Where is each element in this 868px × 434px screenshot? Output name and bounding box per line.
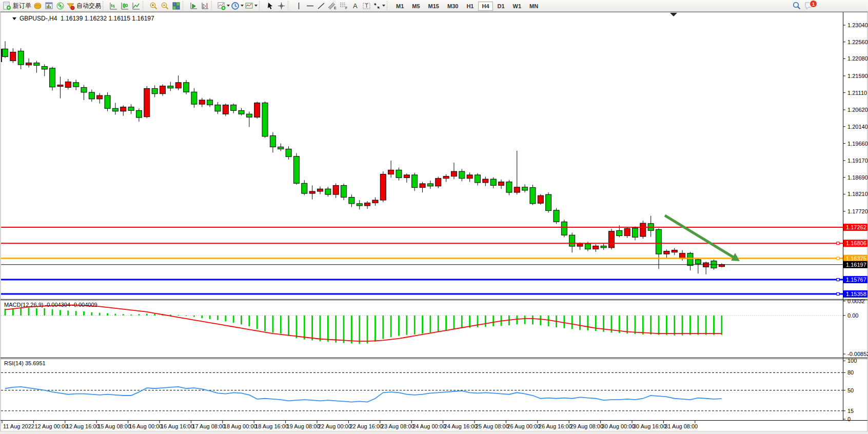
candle [223,105,228,114]
indicators-button[interactable] [217,1,230,11]
candle [112,108,118,111]
time-tick-label: 18 Aug 16:00 [255,423,288,429]
candle [561,222,567,235]
candle [687,253,693,266]
text-icon: A [351,2,360,10]
candle [404,175,409,177]
equidistant-channel-tool[interactable]: E [327,1,338,11]
chart-shift-button[interactable] [200,1,210,11]
candle [333,185,339,194]
signals-button[interactable] [55,1,65,11]
candle [286,149,291,156]
timeframe-M1[interactable]: M1 [392,2,407,11]
timeframe-M15[interactable]: M15 [425,2,443,11]
text-tool[interactable]: A [350,1,360,11]
time-tick-label: 15 Aug 08:00 [97,423,131,429]
time-tick-label: 11 Aug 2022 [3,423,34,429]
arrows-dropdown[interactable] [382,5,385,7]
time-tick-label: 29 Aug 08:00 [570,423,603,429]
zoom-in-button[interactable] [148,1,159,11]
candle [105,95,110,108]
hline-handle[interactable] [837,292,839,295]
templates-dropdown[interactable] [254,5,258,7]
chart-canvas[interactable]: 1.230401.225601.220801.215901.211101.206… [0,0,868,434]
candle [601,246,606,247]
candle [160,86,166,94]
templates-button[interactable] [245,1,258,11]
search-button[interactable] [792,1,802,11]
trendline-tool[interactable] [316,1,326,11]
periods-dropdown[interactable] [241,5,244,7]
candle [451,171,457,176]
auto-scroll-icon [189,2,198,10]
candle [144,88,150,116]
deposit-button[interactable] [32,1,43,11]
candle [341,185,347,197]
candle [420,184,425,188]
crosshair-icon [277,2,286,10]
cursor-tool-button[interactable] [265,1,275,11]
zoom-in-icon [149,2,158,10]
periods-button[interactable] [231,1,244,11]
candle [656,229,662,254]
symbol-dropdown-icon[interactable] [12,17,16,20]
candle [184,83,189,92]
new-order-button[interactable]: 新订单 [3,1,31,11]
text-label-tool[interactable]: T [361,1,371,11]
time-tick-label: 18 Aug 00:00 [224,423,257,429]
crosshair-tool-button[interactable] [276,1,286,11]
candle [349,198,354,204]
timeframe-H1[interactable]: H1 [463,2,477,11]
arrows-icon [372,2,381,10]
notifications-button[interactable]: 1 [803,1,816,11]
candle [199,100,205,104]
candle [10,52,16,61]
hline-handle[interactable] [837,257,839,260]
candle [65,82,71,88]
auto-scroll-button[interactable] [188,1,199,11]
chart-shift-icon [201,2,209,10]
candlestick-icon [121,2,129,10]
price-tick-label: 1.18690 [847,174,868,181]
candle [215,105,221,111]
price-tag-label: 1.16806 [846,240,866,246]
candle [585,244,590,249]
candle [522,187,528,190]
price-tick-label: 1.19170 [847,157,868,164]
macd-scale-label: 0.0032 [847,298,865,304]
candle [672,250,677,252]
candle [309,191,315,193]
timeframe-M30[interactable]: M30 [444,2,462,11]
timeframe-MN[interactable]: MN [526,2,542,11]
timeframe-M5[interactable]: M5 [408,2,423,11]
bar-chart-button[interactable] [108,1,119,11]
candle [50,68,55,87]
candle [270,136,275,147]
horizontal-line-tool[interactable] [305,1,315,11]
time-tick-label: 16 Aug 16:00 [161,423,194,429]
time-tick-label: 23 Aug 08:00 [381,423,415,429]
toolbar-right-group: 1 [791,1,817,11]
svg-text:A: A [353,2,358,10]
candle [42,66,47,69]
line-chart-button[interactable] [131,1,141,11]
indicators-dropdown[interactable] [227,5,230,7]
fibonacci-tool[interactable]: F [339,1,349,11]
tile-windows-button[interactable] [171,1,181,11]
timeframe-W1[interactable]: W1 [509,2,525,11]
timeframe-H4[interactable]: H4 [478,2,492,11]
candle [293,156,299,184]
vertical-line-tool[interactable] [293,1,304,11]
candle [121,107,126,111]
autotrading-button[interactable]: 自动交易 [66,1,101,11]
zoom-out-button[interactable] [160,1,170,11]
candlestick-chart-button[interactable] [120,1,130,11]
open-chart-button[interactable] [44,1,54,11]
price-tick-label: 1.20620 [847,107,868,113]
hline-handle[interactable] [837,242,839,245]
indicators-icon [217,2,226,10]
price-tick-label: 1.18210 [847,191,868,197]
arrows-tool[interactable] [372,1,385,11]
timeframe-D1[interactable]: D1 [494,2,508,11]
hline-handle[interactable] [837,279,839,281]
